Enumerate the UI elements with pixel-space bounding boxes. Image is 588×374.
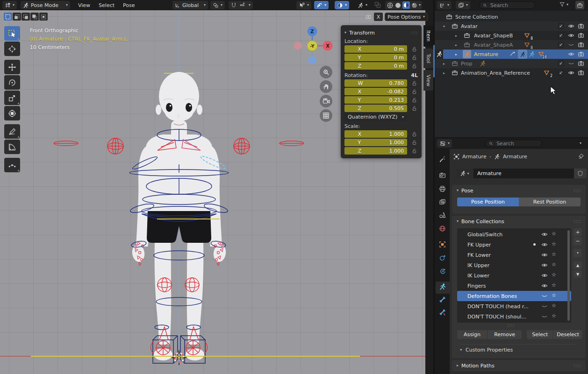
gizmo-neg-z-ball[interactable] <box>308 56 316 64</box>
rotation-mode-dropdown[interactable]: Quaternion (WXYZ)▾ <box>344 113 407 121</box>
tool-measure[interactable] <box>4 140 20 154</box>
expander-icon[interactable]: ▸ <box>455 31 457 40</box>
shading-dropdown[interactable]: ▾ <box>419 3 421 7</box>
location-z-field[interactable]: Z0 m <box>344 62 407 70</box>
tool-annotate[interactable] <box>4 124 20 139</box>
menu-view[interactable]: View <box>74 0 94 10</box>
transform-orientation-dropdown[interactable]: Global ▾ <box>172 1 208 9</box>
collapse-icon[interactable]: ▾ <box>344 31 346 35</box>
expander-icon[interactable]: ▸ <box>455 40 457 49</box>
bone-collection-row[interactable]: Fingers☆ <box>457 281 571 291</box>
properties-search-input[interactable] <box>495 140 538 147</box>
shading-rendered-button[interactable] <box>411 2 418 9</box>
eye-icon[interactable] <box>541 241 548 248</box>
star-icon[interactable]: ☆ <box>552 282 556 288</box>
select-button[interactable]: Select <box>527 330 553 339</box>
camera-icon[interactable] <box>578 32 584 39</box>
select-subtract-mode[interactable] <box>22 13 30 21</box>
menu-select[interactable]: Select <box>94 0 119 10</box>
tab-world[interactable] <box>439 225 446 232</box>
outliner-search-input[interactable] <box>489 2 531 9</box>
editor-type-button[interactable]: ▾ <box>2 1 17 9</box>
bone-collection-row[interactable]: Global/Switch☆ <box>457 229 571 240</box>
eye-closed-icon[interactable] <box>568 60 574 67</box>
sidebar-tab-item[interactable]: Item <box>423 25 433 47</box>
menu-pose[interactable]: Pose <box>119 0 139 10</box>
eye-closed-icon[interactable] <box>568 42 574 48</box>
tool-rotate[interactable] <box>4 75 20 90</box>
tab-physics[interactable] <box>439 254 446 261</box>
eye-icon[interactable] <box>568 70 574 76</box>
camera-icon[interactable] <box>578 51 584 57</box>
exclude-checkbox[interactable]: ✓ <box>558 70 564 76</box>
lock-icon[interactable] <box>410 89 418 95</box>
shading-wireframe-button[interactable] <box>387 2 394 9</box>
lock-icon[interactable] <box>410 80 418 86</box>
motion-paths-panel[interactable]: ▸ Motion Paths :::: <box>452 360 586 371</box>
expander-icon[interactable]: ▸ <box>455 49 457 59</box>
zoom-button[interactable] <box>320 66 332 78</box>
outliner-row-scene-collection[interactable]: Scene Collection <box>435 12 588 21</box>
collapse-icon[interactable]: ▾ <box>457 219 459 223</box>
sidebar-tab-view[interactable]: View <box>423 70 433 91</box>
location-x-field[interactable]: X0 m <box>344 45 407 53</box>
new-collection-button[interactable] <box>575 1 584 9</box>
pose-options-dropdown[interactable]: Pose Options ▾ <box>385 13 428 21</box>
drag-handle[interactable]: :::: <box>574 363 581 368</box>
pose-position-button[interactable]: Pose Position <box>457 198 519 206</box>
eye-icon[interactable] <box>568 32 574 39</box>
star-icon[interactable]: ☆ <box>552 303 556 309</box>
eye-closed-icon[interactable] <box>541 293 548 299</box>
custom-properties-panel[interactable]: ▸ Custom Properties <box>460 344 577 355</box>
properties-editor-type-button[interactable]: ▾ <box>437 139 452 148</box>
exclude-checkbox[interactable]: ✓ <box>558 42 564 48</box>
drag-handle[interactable]: :::: <box>410 30 418 35</box>
tab-bone[interactable] <box>439 296 446 303</box>
star-icon[interactable]: ☆ <box>552 313 556 319</box>
bone-collection-row-selected[interactable]: Deformation Bones☆ <box>457 291 571 301</box>
outliner-row-prop[interactable]: ▸ Prop ✓ <box>435 59 588 68</box>
camera-icon[interactable] <box>578 23 584 29</box>
lock-icon[interactable] <box>410 140 418 146</box>
outliner-row-avatar-shapeb[interactable]: ▸ Avatar_ShapeB 8 ✓ <box>435 31 588 40</box>
exclude-checkbox[interactable]: ✓ <box>558 61 564 66</box>
outliner-row-avatar-shapea[interactable]: ▸ Avatar_ShapeA 8 ✓ <box>435 40 588 49</box>
lock-icon[interactable] <box>410 55 418 61</box>
move-collection-down-button[interactable]: ▼ <box>574 270 582 278</box>
tool-select-box[interactable] <box>4 26 20 41</box>
eye-closed-icon[interactable] <box>541 303 548 310</box>
tab-tool[interactable] <box>439 155 446 162</box>
rest-position-button[interactable]: Rest Position <box>519 198 581 206</box>
remove-button[interactable]: Remove <box>488 330 522 339</box>
outliner-row-armature[interactable]: ▸ Armature 16 <box>435 49 588 59</box>
camera-icon[interactable] <box>578 60 584 67</box>
drag-handle[interactable]: :::: <box>574 219 581 224</box>
sidebar-tab-tool[interactable]: Tool <box>423 49 433 68</box>
select-visibility-dropdown[interactable]: ▾ <box>296 1 311 9</box>
tab-view-layer[interactable] <box>439 198 446 205</box>
bone-collection-row[interactable]: IK Upper☆ <box>457 260 571 270</box>
rotation-y-field[interactable]: Y0.213 <box>344 96 407 104</box>
bone-collection-row[interactable]: FK Lower☆ <box>457 250 571 260</box>
select-extend-mode[interactable] <box>13 13 21 21</box>
eye-icon[interactable] <box>568 51 574 57</box>
expander-icon[interactable]: ▸ <box>443 68 445 78</box>
drag-handle[interactable]: :::: <box>574 188 581 193</box>
outliner-row-avatar[interactable]: ▾ Avatar ✓ <box>435 21 588 31</box>
camera-icon[interactable] <box>578 70 584 76</box>
tool-scale[interactable] <box>4 91 20 105</box>
lock-icon[interactable] <box>410 97 418 103</box>
tool-cursor[interactable] <box>4 42 20 56</box>
outliner-search[interactable] <box>479 1 535 9</box>
shading-material-button[interactable] <box>402 1 410 9</box>
breadcrumb-object[interactable]: Armature <box>462 154 487 160</box>
camera-icon[interactable] <box>578 42 584 48</box>
mirror-butterfly-icon[interactable] <box>365 14 372 21</box>
mirror-x-button[interactable]: X <box>374 13 383 21</box>
gizmo-neg-x-ball[interactable] <box>294 42 302 50</box>
bone-collection-row[interactable]: DON'T TOUCH (shoul...☆ <box>457 311 571 322</box>
eye-icon[interactable] <box>541 272 548 279</box>
deselect-button[interactable]: Deselect <box>553 330 582 339</box>
id-name-field[interactable]: Armature <box>473 169 574 178</box>
lock-icon[interactable] <box>410 46 418 52</box>
